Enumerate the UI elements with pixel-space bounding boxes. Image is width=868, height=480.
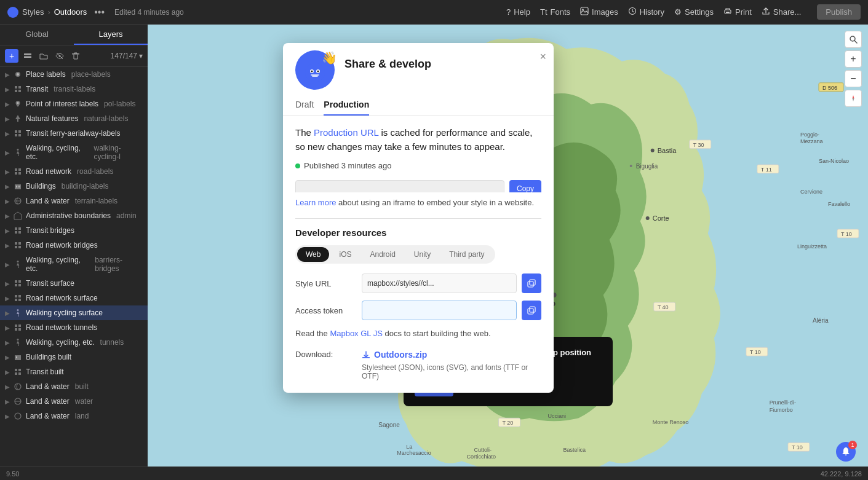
add-layer-button[interactable]: +: [5, 49, 18, 63]
nav-fonts[interactable]: Tt Fonts: [540, 7, 570, 17]
layer-item-poi[interactable]: ▶ Point of interest labels pol-labels: [0, 96, 148, 111]
layer-icon-grid7: [14, 294, 22, 302]
layer-id: admin: [116, 211, 137, 220]
nav-history[interactable]: History: [628, 7, 664, 17]
layer-item-land-water-land[interactable]: ▶ Land & water land: [0, 409, 148, 423]
folder-button[interactable]: [37, 49, 50, 63]
learn-more-link[interactable]: Learn more: [295, 198, 336, 207]
dev-tab-unity[interactable]: Unity: [405, 247, 439, 262]
tab-global[interactable]: Global: [0, 25, 74, 45]
dev-tab-web[interactable]: Web: [297, 247, 329, 262]
mapbox-gl-js-link[interactable]: Mapbox GL JS: [330, 329, 383, 338]
layer-icon-walk: [14, 148, 22, 157]
layer-icon-walk3: [14, 309, 22, 317]
layer-item-walking-tunnels[interactable]: ▶ Walking, cycling, etc. tunnels: [0, 335, 148, 350]
layer-item-road-bridges[interactable]: ▶ Road network bridges: [0, 238, 148, 253]
style-url-label: Style URL: [295, 279, 357, 288]
notification-badge[interactable]: 1: [836, 442, 856, 462]
map-controls: + −: [845, 31, 862, 107]
zoom-in-button[interactable]: +: [845, 50, 862, 68]
layer-item-land-water-built[interactable]: ▶ Land & water built: [0, 379, 148, 394]
layer-item-walking-cycling-l[interactable]: ▶ Walking, cycling, etc. walking-cycling…: [0, 141, 148, 164]
nav-settings[interactable]: ⚙ Settings: [674, 7, 714, 17]
svg-point-53: [17, 339, 19, 340]
layer-item-transit-built[interactable]: ▶ Transit built: [0, 364, 148, 379]
layer-item-buildings-built[interactable]: ▶ Buildings built: [0, 350, 148, 364]
group-button[interactable]: [21, 49, 34, 63]
svg-text:T 30: T 30: [693, 142, 704, 148]
style-url-row: Style URL mapbox://styles//cl...: [295, 273, 541, 293]
filter-icon[interactable]: ▾: [139, 52, 143, 60]
layer-id: tunnels: [100, 338, 124, 347]
svg-text:Corte: Corte: [653, 214, 669, 222]
dev-tab-ios[interactable]: iOS: [330, 247, 360, 262]
layer-item-walking-barriers[interactable]: ▶ Walking, cycling, etc. barriers-bridge…: [0, 253, 148, 276]
production-url-link[interactable]: Production URL: [314, 127, 378, 138]
svg-point-1: [582, 9, 583, 10]
topbar-brand: Styles › Outdoors •••: [7, 7, 105, 18]
access-token-input[interactable]: [362, 301, 517, 320]
svg-rect-46: [15, 299, 17, 301]
nav-images[interactable]: Images: [580, 7, 618, 17]
nav-history-label: History: [640, 7, 664, 17]
layer-item-road-surface[interactable]: ▶ Road network surface: [0, 291, 148, 305]
layer-item-walking-surface[interactable]: ▶ Walking cycling surface: [0, 305, 148, 320]
layer-item-building-labels[interactable]: ▶ Buildings building-labels: [0, 179, 148, 194]
layer-item-ferry[interactable]: ▶ Transit ferry-aerialway-labels: [0, 126, 148, 141]
svg-rect-45: [18, 295, 21, 297]
zoom-out-button[interactable]: −: [845, 70, 862, 87]
search-map-button[interactable]: [845, 31, 862, 48]
download-link[interactable]: Outdoors.zip: [362, 350, 427, 360]
layer-name: Walking, cycling, etc.: [26, 144, 89, 161]
layer-item-admin[interactable]: ▶ Administrative boundaries admin: [0, 208, 148, 223]
layer-item-terrain[interactable]: ▶ Land & water terrain-labels: [0, 194, 148, 208]
layer-name: Transit ferry-aerialway-labels: [26, 129, 121, 138]
tab-draft[interactable]: Draft: [295, 100, 314, 116]
layer-item-road-tunnels[interactable]: ▶ Road network tunnels: [0, 320, 148, 335]
hide-button[interactable]: [53, 49, 66, 63]
layer-item-place-labels[interactable]: ▶ Place labels place-labels: [0, 67, 148, 82]
style-url-input[interactable]: mapbox://styles//cl...: [362, 273, 517, 293]
svg-rect-57: [18, 369, 21, 371]
tab-production[interactable]: Production: [324, 100, 369, 116]
layers-list: ▶ Place labels place-labels ▶ Transit tr…: [0, 67, 148, 480]
map-area[interactable]: Bastia Biguglia T 30 T 11 Poggio- Mezzan…: [148, 25, 868, 480]
dev-tab-third-party[interactable]: Third party: [440, 247, 493, 262]
nav-share[interactable]: Share...: [762, 7, 802, 17]
topbar-project-name[interactable]: Outdoors: [54, 7, 87, 17]
layer-item-transit-bridges[interactable]: ▶ Transit bridges: [0, 223, 148, 238]
publish-button[interactable]: Publish: [817, 4, 861, 20]
nav-help[interactable]: ? Help: [506, 7, 530, 17]
copy-style-url-button[interactable]: [522, 273, 541, 293]
modal-tabs: Draft Production: [283, 100, 554, 116]
layer-icon-building2: [14, 353, 22, 361]
layer-id: water: [75, 397, 93, 406]
brand-styles[interactable]: Styles: [22, 7, 44, 17]
delete-button[interactable]: [69, 49, 82, 63]
layer-item-natural[interactable]: ▶ Natural features natural-labels: [0, 111, 148, 126]
tab-layers[interactable]: Layers: [74, 25, 148, 45]
layer-item-transit-surface[interactable]: ▶ Transit surface: [0, 276, 148, 291]
layer-item-land-water-water[interactable]: ▶ Land & water water: [0, 394, 148, 409]
copy-embed-button[interactable]: Copy: [509, 180, 541, 192]
layer-item-transit-labels[interactable]: ▶ Transit transit-labels: [0, 82, 148, 96]
svg-text:Ucciani: Ucciani: [548, 413, 567, 419]
compass-button[interactable]: [845, 90, 862, 107]
svg-rect-58: [15, 372, 17, 375]
nav-print[interactable]: Print: [723, 7, 752, 17]
svg-rect-36: [18, 242, 21, 245]
dev-tab-android[interactable]: Android: [361, 247, 404, 262]
layer-item-road-labels[interactable]: ▶ Road network road-labels: [0, 164, 148, 179]
svg-rect-29: [18, 186, 20, 187]
copy-access-token-button[interactable]: [522, 301, 541, 320]
layer-name: Transit: [26, 85, 48, 93]
layer-name: Transit surface: [26, 279, 74, 288]
svg-point-11: [17, 73, 19, 76]
svg-point-66: [630, 165, 632, 167]
svg-text:Bastia: Bastia: [658, 147, 677, 154]
modal-avatar: 👋: [295, 50, 335, 90]
svg-text:Corticchiato: Corticchiato: [466, 454, 496, 460]
svg-line-110: [854, 41, 857, 43]
topbar-more-btn[interactable]: •••: [94, 7, 105, 18]
modal-close-button[interactable]: ×: [540, 50, 546, 63]
